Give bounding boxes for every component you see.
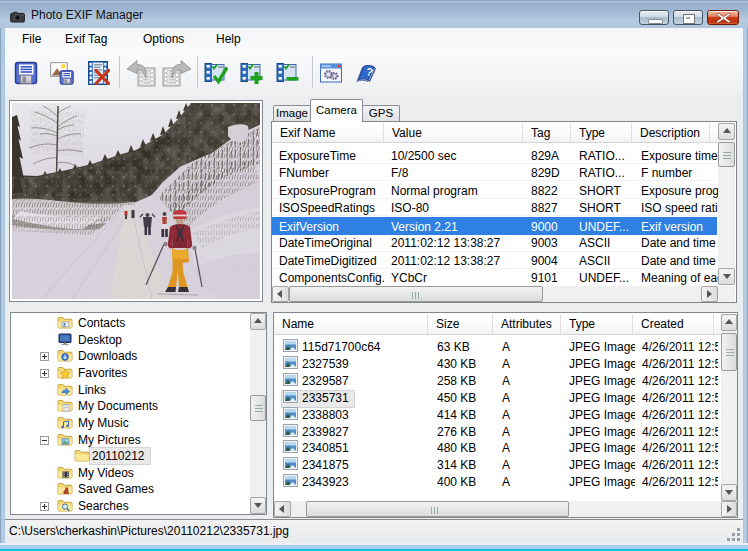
svg-text:?: ? [365,65,374,78]
